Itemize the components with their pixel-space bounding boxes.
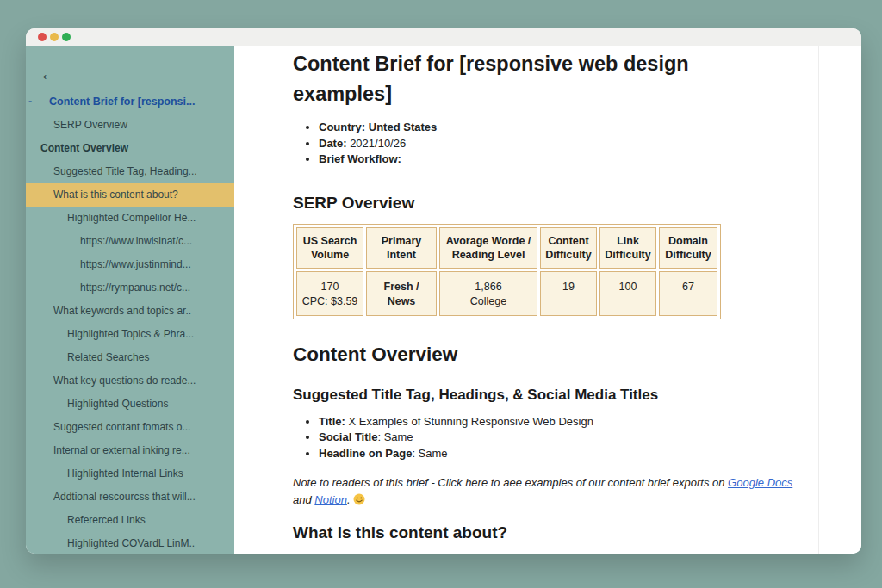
sidebar-item-label: https://www.inwisinat/c... — [80, 235, 192, 247]
smiley-emoji-icon — [353, 493, 365, 505]
table-data-cell: 67 — [659, 271, 717, 316]
bullet-value: 2021/10/26 — [347, 137, 407, 150]
about-heading: What is this content about? — [293, 523, 861, 542]
sidebar-item-label: Related Searches — [67, 351, 149, 363]
bullet-label: Brief Workflow: — [319, 152, 401, 165]
sidebar-item[interactable]: https://rympanus.net/c... — [26, 276, 234, 300]
bullet-label: Title: — [319, 415, 345, 428]
table-data-cell: 100 — [599, 271, 656, 316]
outline-list: -Content Brief for [responsi...SERP Over… — [26, 90, 234, 554]
page-edge-divider — [818, 46, 819, 554]
sidebar-item-label: Content Overview — [40, 142, 128, 154]
serp-metrics-table: US Search VolumePrimary IntentAvorage Wo… — [293, 224, 721, 319]
table-data-cell: 19 — [540, 271, 597, 316]
sidebar-item[interactable]: Content Overview — [26, 137, 234, 160]
sidebar-item-label: https://rympanus.net/c... — [80, 282, 190, 294]
meta-bullet-list: Country: Unted StatesDate: 2021/10/26Bri… — [293, 120, 861, 168]
sidebar-item-active[interactable]: What is this content about? — [26, 183, 234, 207]
sidebar-item-label: Refererced Links — [67, 514, 146, 526]
document-title: Content Brief for [responsive web design… — [293, 49, 758, 109]
bullet-item: Title: X Examples of Stunning Responsive… — [319, 414, 861, 430]
sidebar-item-label: Highlighted Questions — [67, 398, 168, 410]
bullet-value: Unted States — [365, 121, 437, 133]
bullet-item: Social Title: Same — [319, 430, 861, 446]
sidebar-item[interactable]: https://www.inwisinat/c... — [26, 230, 234, 253]
close-window-button[interactable] — [38, 33, 47, 41]
sidebar-item-label: Suggested Title Tag, Heading... — [53, 165, 197, 177]
about-paragraph: This pest wll find strong and stunning e… — [293, 549, 797, 554]
bullet-value: : Same — [412, 447, 447, 460]
collapse-indicator[interactable]: - — [28, 90, 32, 114]
table-header-cell: Primary Intent — [366, 227, 437, 269]
bullet-value: X Examples of Stunning Responsive Web De… — [345, 415, 593, 428]
back-arrow-icon[interactable]: ← — [26, 63, 234, 85]
browser-window: ← -Content Brief for [responsi...SERP Ov… — [26, 28, 861, 554]
note-to-readers: Note to readers of this brief - Click he… — [293, 474, 827, 509]
minimize-window-button[interactable] — [50, 33, 59, 41]
window-body: ← -Content Brief for [responsi...SERP Ov… — [26, 46, 861, 554]
bullet-label: Headline on Page — [319, 447, 412, 460]
sidebar-item-label: Content Brief for [responsi... — [49, 96, 195, 108]
sidebar-item[interactable]: https://www.justinmind... — [26, 253, 234, 276]
sidebar-item[interactable]: Related Searches — [26, 346, 234, 369]
sidebar-item[interactable]: Highlighted COVardL LinM.. — [26, 532, 234, 554]
sidebar-item-label: Highlighted COVardL LinM.. — [67, 537, 195, 549]
outline-sidebar: ← -Content Brief for [responsi...SERP Ov… — [26, 46, 234, 554]
sidebar-item[interactable]: Suggested contant fomats o... — [26, 416, 234, 439]
table-header-cell: US Search Volume — [296, 227, 363, 269]
notion-link[interactable]: Notion — [314, 493, 347, 506]
sidebar-item[interactable]: What key questions do reade... — [26, 369, 234, 393]
sidebar-item[interactable]: SERP Overview — [26, 114, 234, 137]
table-data-cell: 1,866College — [439, 271, 537, 316]
document-area: Content Brief for [responsive web design… — [234, 46, 861, 554]
sidebar-item[interactable]: -Content Brief for [responsi... — [26, 90, 234, 114]
sidebar-item-label: Highlighted Compelilor He... — [67, 212, 196, 224]
bullet-label: Social Title — [319, 430, 377, 443]
sidebar-item-label: SERP Overview — [53, 119, 127, 131]
google-docs-link[interactable]: Google Docs — [728, 476, 792, 489]
bullet-item: Date: 2021/10/26 — [319, 136, 861, 152]
sidebar-item[interactable]: Refererced Links — [26, 509, 234, 532]
sidebar-item[interactable]: What keywords and topics ar.. — [26, 300, 234, 323]
window-titlebar — [26, 28, 861, 46]
sidebar-item[interactable]: Internal or external inking re... — [26, 439, 234, 462]
sidebar-item[interactable]: Highlighted Questions — [26, 393, 234, 416]
content-overview-heading: Content Overview — [293, 344, 861, 366]
maximize-window-button[interactable] — [62, 33, 71, 41]
table-data-cell: 170CPC: $3.59 — [296, 271, 363, 316]
sidebar-item-label: Suggested contant fomats o... — [53, 421, 190, 433]
sidebar-item-label: What is this content about? — [53, 189, 178, 201]
suggested-titles-heading: Suggested Title Tag, Headings, & Social … — [293, 387, 861, 404]
sidebar-item-label: Internal or external inking re... — [53, 444, 190, 456]
sidebar-item[interactable]: Highlighted Topics & Phra... — [26, 323, 234, 346]
sidebar-item-label: What keywords and topics ar.. — [53, 305, 191, 317]
bullet-label: Country: — [319, 121, 365, 133]
sidebar-item-label: Addtional rescourcss that will... — [53, 491, 196, 503]
title-bullet-list: Title: X Examples of Stunning Responsive… — [293, 414, 861, 462]
sidebar-item-label: https://www.justinmind... — [80, 258, 191, 270]
bullet-item: Brief Workflow: — [319, 152, 861, 168]
note-text: . — [347, 493, 353, 506]
sidebar-item-label: What key questions do reade... — [53, 374, 196, 387]
sidebar-item[interactable]: Highlighted Compelilor He... — [26, 207, 234, 230]
sidebar-item[interactable]: Highlighted Internal Links — [26, 462, 234, 486]
bullet-item: Country: Unted States — [319, 120, 861, 136]
serp-overview-heading: SERP Overview — [293, 194, 861, 213]
table-header-cell: Domain Difficulty — [659, 227, 717, 269]
table-data-cell: Fresh /News — [366, 271, 437, 316]
sidebar-item[interactable]: Suggested Title Tag, Heading... — [26, 160, 234, 183]
sidebar-item[interactable]: Addtional rescourcss that will... — [26, 486, 234, 509]
bullet-item: Headline on Page: Same — [319, 446, 861, 462]
bullet-value: : Same — [377, 430, 413, 443]
bullet-label: Date: — [319, 137, 347, 150]
sidebar-item-label: Highlighted Topics & Phra... — [67, 328, 194, 340]
table-header-cell: Content Difficulty — [540, 227, 597, 269]
note-text: and — [293, 493, 314, 506]
note-text: Note to readers of this brief - Click he… — [293, 476, 728, 489]
table-header-cell: Avorage Worde / Reading Level — [439, 227, 537, 269]
sidebar-item-label: Highlighted Internal Links — [67, 467, 183, 480]
table-header-cell: Link Difficulty — [599, 227, 656, 269]
